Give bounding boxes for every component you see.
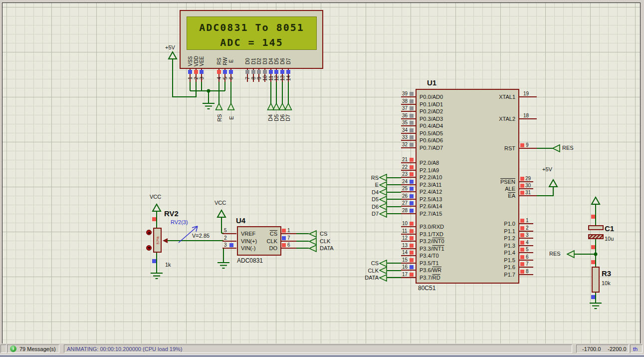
- power-label-5v: +5V: [542, 166, 552, 172]
- vcc-label: VCC: [215, 200, 226, 206]
- u1-port1-labels: P1.0P1.1P1.2P1.3P1.4P1.5P1.6P1.7: [504, 220, 515, 278]
- wire: [387, 184, 401, 185]
- pin-row: 22: [361, 167, 416, 174]
- pin-label: P2.3/A11: [420, 181, 442, 189]
- pin-state-indicator: [410, 222, 414, 226]
- schematic-canvas[interactable]: LM016L ADC0831 To 8051 ADC = 145 VSS 1: [2, 2, 641, 344]
- power-label-5v: +5V: [165, 44, 175, 50]
- terminal-arrow-icon: [379, 188, 387, 196]
- lcd-pin-name: VEE: [199, 56, 205, 66]
- pin-state-indicator: [520, 226, 524, 230]
- rv2-decrease-button[interactable]: [146, 245, 152, 251]
- pin-label: VREF: [241, 230, 257, 238]
- pin-state-indicator: [410, 273, 414, 277]
- wire: [296, 233, 309, 234]
- pin-state-indicator: [520, 143, 524, 147]
- pin-row: D5 26: [361, 196, 416, 203]
- pin-row: 35: [361, 122, 416, 130]
- net-label: D4: [372, 189, 379, 195]
- pin-label: P2.2/A10: [420, 174, 442, 181]
- net-terminal: DATA: [361, 274, 401, 282]
- rv2-wiper-percent: 57%: [155, 236, 160, 244]
- pin-label: P3.3/INT1: [420, 245, 444, 253]
- pin-row: 13: [361, 245, 416, 253]
- u1-part-name: 80C51: [418, 285, 435, 292]
- pin-label: P2.7/A15: [420, 210, 442, 218]
- pin-number: 30: [525, 183, 531, 188]
- pin-state-indicator: [591, 260, 595, 264]
- lcd-pin: E 6: [228, 50, 234, 83]
- lcd-power-pins: VSS 1 VDD 2 VEE: [187, 50, 205, 83]
- rv2-probe-name: RV2(3): [171, 219, 188, 225]
- pin-label: P2.0/A8: [420, 159, 442, 167]
- pin-stub: [401, 213, 416, 214]
- rv2-increase-button[interactable]: [146, 230, 152, 235]
- wire: [387, 277, 401, 278]
- pin-state-indicator: [223, 70, 227, 74]
- net-terminal: CS: [361, 260, 401, 267]
- messages-panel[interactable]: i 79 Message(s): [7, 345, 59, 353]
- pin-stub: [519, 96, 537, 97]
- u1-port0-labels: P0.0/AD0P0.1/AD1P0.2/AD2P0.3/AD3P0.4/AD4…: [420, 93, 443, 151]
- pin-row: D4 25: [361, 188, 416, 196]
- pin-stub: [281, 241, 296, 242]
- pin-state-indicator: [410, 99, 414, 103]
- pin-state-indicator: [152, 217, 156, 221]
- pin-state-indicator: [410, 114, 414, 118]
- pin-row: 1 CS: [281, 230, 346, 238]
- pin-row: RS 23: [361, 174, 416, 181]
- lcd-pin: VEE 3: [199, 50, 205, 83]
- pin-label: P3.2/INT0: [420, 238, 444, 245]
- wire: [387, 192, 401, 193]
- pin-number: 7: [526, 261, 529, 267]
- pin-state-indicator: [410, 106, 414, 110]
- u1-port0-pins: 39 38: [361, 93, 416, 151]
- net-label: D6: [372, 204, 379, 210]
- lcd-pin-name: E: [228, 59, 233, 63]
- terminal-arrow-icon: [309, 230, 317, 238]
- pin-state-indicator: [280, 70, 284, 74]
- lcd-pin: D7 14: [285, 50, 291, 83]
- pin-label: P1.1: [504, 228, 515, 235]
- wire: [387, 177, 401, 178]
- net-label: E: [375, 182, 379, 188]
- wire: [387, 263, 401, 264]
- rv2-pot-body[interactable]: 57%: [153, 228, 162, 253]
- pin-row: 36: [361, 115, 416, 123]
- pin-state-indicator: [217, 70, 221, 74]
- pin-number: 2: [193, 77, 199, 80]
- resistor-body: [592, 267, 599, 292]
- net-terminal: RS: [361, 174, 401, 181]
- pin-state-indicator: [520, 184, 524, 188]
- pin-number: 2: [224, 235, 227, 241]
- pin-state-indicator: [410, 251, 414, 255]
- pin-number: 4: [526, 240, 529, 245]
- u1-chip-body[interactable]: P0.0/AD0P0.1/AD1P0.2/AD2P0.3/AD3P0.4/AD4…: [416, 89, 519, 284]
- pin-label: P1.4: [504, 249, 515, 257]
- net-label-d7: D7: [285, 110, 291, 125]
- pin-stub: [401, 270, 416, 271]
- down-arrow-icon: [148, 247, 151, 249]
- pin-state-indicator: [410, 143, 414, 147]
- terminal-arrow-icon: [379, 196, 387, 203]
- pin-number: 3: [224, 242, 227, 248]
- pin-label: P3.7/RD: [420, 274, 444, 282]
- rv2-value: 1k: [165, 262, 171, 268]
- xtal2-label: XTAL2: [499, 115, 515, 123]
- u4-ref: U4: [236, 216, 245, 225]
- u1-pin-xtal2: 18: [519, 115, 584, 123]
- pin-label: P1.0: [504, 220, 515, 228]
- pin-number: 13: [402, 243, 408, 248]
- pin-label: P3.4/T0: [420, 252, 444, 260]
- net-label: CS: [320, 230, 327, 238]
- pin-state-indicator: [520, 233, 524, 237]
- pin-stub: [401, 248, 416, 249]
- pin-number: 9: [256, 77, 262, 80]
- pin-stub: [519, 181, 533, 182]
- rst-label: RST: [504, 145, 515, 152]
- pin-row: 32: [361, 144, 416, 152]
- wire: [387, 270, 401, 271]
- u4-chip-body[interactable]: VREFVIN(+)VIN(-) CSCLKDO: [237, 226, 281, 256]
- pin-number: 21: [402, 157, 408, 162]
- vin-voltage-readout: V=2.85: [192, 233, 210, 239]
